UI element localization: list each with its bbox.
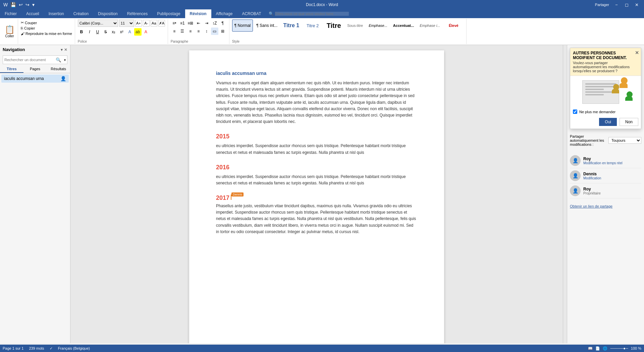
- subscript-button[interactable]: x₂: [110, 28, 117, 36]
- collab-oui-button[interactable]: Oui: [599, 118, 617, 126]
- numbered-list-button[interactable]: ≡1: [179, 19, 186, 27]
- increase-indent-button[interactable]: ⇥: [203, 19, 210, 27]
- collab-non-button[interactable]: Non: [620, 118, 638, 126]
- navigation-search-input[interactable]: [3, 56, 54, 64]
- font-size-increase-button[interactable]: A+: [135, 20, 142, 27]
- superscript-button[interactable]: x²: [118, 28, 125, 36]
- restore-button[interactable]: ◻: [622, 0, 631, 9]
- align-right-button[interactable]: ≡: [187, 28, 194, 35]
- style-preview-accentuat: Accentuat...: [393, 21, 414, 30]
- ribbon-search-input[interactable]: [275, 12, 349, 16]
- align-center-button[interactable]: ☰: [179, 28, 186, 35]
- search-execute-button[interactable]: 🔍: [54, 57, 63, 63]
- show-formatting-button[interactable]: ¶: [219, 19, 226, 27]
- window-controls: − ◻ ✕: [612, 0, 641, 9]
- document-heading-section: iaculis accumsan urna Vivamus eu mauris …: [216, 71, 417, 125]
- title-bar: W 💾 ↩ ↪ ▾ Doc1.docx - Word Partager − ◻ …: [0, 0, 644, 9]
- style-item-titre2[interactable]: Titre 2: [303, 19, 323, 32]
- tab-insertion[interactable]: Insertion: [44, 9, 69, 18]
- style-item-eleve[interactable]: Élevé: [443, 19, 464, 32]
- strikethrough-button[interactable]: S̶: [102, 28, 109, 36]
- save-button[interactable]: 💾: [10, 1, 17, 8]
- user-role-dennis[interactable]: Modification: [583, 176, 641, 180]
- clear-format-button[interactable]: ✗A: [158, 20, 165, 27]
- tab-publipostage[interactable]: Publipostage: [152, 9, 185, 18]
- decrease-indent-button[interactable]: ⇤: [195, 19, 202, 27]
- close-button[interactable]: ✕: [632, 0, 641, 9]
- style-item-accentuat[interactable]: Accentuat...: [391, 19, 416, 32]
- paste-button[interactable]: 📋 Coller: [1, 19, 18, 44]
- copy-button[interactable]: ⎘ Copier: [19, 26, 73, 31]
- undo-button[interactable]: ↩: [18, 1, 23, 8]
- multilevel-list-button[interactable]: ≡⊞: [187, 19, 194, 27]
- nav-item-label: iaculis accumsan urna: [4, 76, 44, 81]
- vertical-scrollbar[interactable]: [563, 45, 567, 343]
- style-item-emphase[interactable]: Emphase...: [366, 19, 390, 32]
- tab-fichier[interactable]: Fichier: [0, 9, 21, 18]
- justify-button[interactable]: ≡: [195, 28, 202, 35]
- collab-illustration: [570, 76, 641, 108]
- collab-popup-close-button[interactable]: ✕: [635, 50, 639, 55]
- align-left-button[interactable]: ≡: [171, 28, 178, 35]
- collab-popup-subtext: Voulez-vous partager automatiquement les…: [573, 61, 633, 73]
- cut-button[interactable]: ✂ Couper: [19, 20, 73, 25]
- redo-button[interactable]: ↪: [25, 1, 30, 8]
- ribbon-tab-bar: Fichier Accueil Insertion Création Dispo…: [0, 9, 644, 18]
- tab-affichage[interactable]: Affichage: [211, 9, 237, 18]
- italic-button[interactable]: I: [86, 28, 93, 36]
- document-para-2017[interactable]: Phasellus ante justo, vestibulum vitae t…: [216, 203, 417, 235]
- user-info-roy-owner: Roy Propriétaire: [583, 187, 641, 195]
- tab-disposition[interactable]: Disposition: [93, 9, 122, 18]
- share-link-button[interactable]: Obtenir un lien de partage: [570, 204, 612, 208]
- sort-button[interactable]: ↕Z: [211, 19, 218, 27]
- document-area[interactable]: iaculis accumsan urna Vivamus eu mauris …: [70, 45, 563, 343]
- style-item-sans-int[interactable]: ¶ Sans int...: [254, 19, 280, 32]
- bullet-list-button[interactable]: ≡•: [171, 19, 178, 27]
- document-para-2016[interactable]: eu ultricies imperdiet. Suspendisse auct…: [216, 174, 417, 186]
- search-options-button[interactable]: ▾: [63, 57, 67, 62]
- style-preview-eleve: Élevé: [449, 21, 459, 30]
- font-case-button[interactable]: Aa: [151, 20, 157, 27]
- nav-tab-resultats[interactable]: Résultats: [47, 65, 70, 73]
- font-size-decrease-button[interactable]: A-: [143, 20, 150, 27]
- navigation-header: Navigation ▾ ✕: [0, 45, 70, 54]
- tab-references[interactable]: Références: [122, 9, 152, 18]
- style-item-emphase-i[interactable]: Emphase i...: [417, 19, 442, 32]
- navigation-menu-button[interactable]: ▾: [61, 47, 63, 52]
- line-spacing-button[interactable]: ↕: [203, 28, 210, 35]
- document-intro-paragraph[interactable]: Vivamus eu mauris eget diam aliquam elem…: [216, 80, 417, 125]
- font-size-select[interactable]: 11: [119, 19, 134, 27]
- shading-button[interactable]: ▭: [211, 28, 218, 35]
- nav-tab-pages[interactable]: Pages: [23, 65, 47, 73]
- nav-item-heading[interactable]: iaculis accumsan urna 👤: [1, 75, 69, 83]
- style-item-sous-titre[interactable]: Sous-titre: [345, 19, 365, 32]
- tab-revision[interactable]: Révision: [185, 9, 211, 18]
- tab-creation[interactable]: Création: [69, 9, 93, 18]
- dont-ask-again-checkbox[interactable]: [573, 109, 577, 114]
- document-para-2015[interactable]: eu ultricies imperdiet. Suspendisse auct…: [216, 143, 417, 156]
- style-item-titre1[interactable]: Titre 1: [281, 19, 302, 32]
- borders-button[interactable]: ⊞: [219, 28, 226, 35]
- navigation-tabs: Titres Pages Résultats: [0, 65, 70, 73]
- text-effects-button[interactable]: A: [126, 28, 133, 36]
- highlight-button[interactable]: ab: [134, 28, 142, 36]
- font-color-button[interactable]: A: [142, 28, 150, 36]
- app-title: Doc1.docx - Word: [306, 2, 338, 7]
- format-painter-button[interactable]: 🖌 Reproduire la mise en forme: [19, 31, 73, 36]
- style-item-normal[interactable]: ¶ Normal: [232, 19, 253, 32]
- customize-button[interactable]: ▾: [32, 1, 35, 8]
- ribbon-content-area: 📋 Coller ✂ Couper ⎘ Copier 🖌 Reproduire …: [0, 18, 644, 45]
- share-label[interactable]: Partager: [595, 3, 609, 7]
- tab-accueil[interactable]: Accueil: [21, 9, 44, 18]
- navigation-content: iaculis accumsan urna 👤: [0, 73, 70, 343]
- underline-button[interactable]: U: [94, 28, 101, 36]
- auto-share-select[interactable]: Toujours Jamais Me demander: [608, 137, 641, 144]
- bold-button[interactable]: B: [78, 28, 85, 36]
- font-name-select[interactable]: Calibri (Corp...: [78, 19, 118, 27]
- navigation-close-button[interactable]: ✕: [64, 47, 67, 52]
- user-role-roy-realtime[interactable]: Modification en temps réel: [583, 161, 641, 165]
- minimize-button[interactable]: −: [612, 0, 621, 9]
- tab-acrobat[interactable]: ACROBAT: [237, 9, 266, 18]
- style-item-titre[interactable]: Titre: [324, 19, 344, 32]
- nav-tab-titres[interactable]: Titres: [0, 65, 23, 73]
